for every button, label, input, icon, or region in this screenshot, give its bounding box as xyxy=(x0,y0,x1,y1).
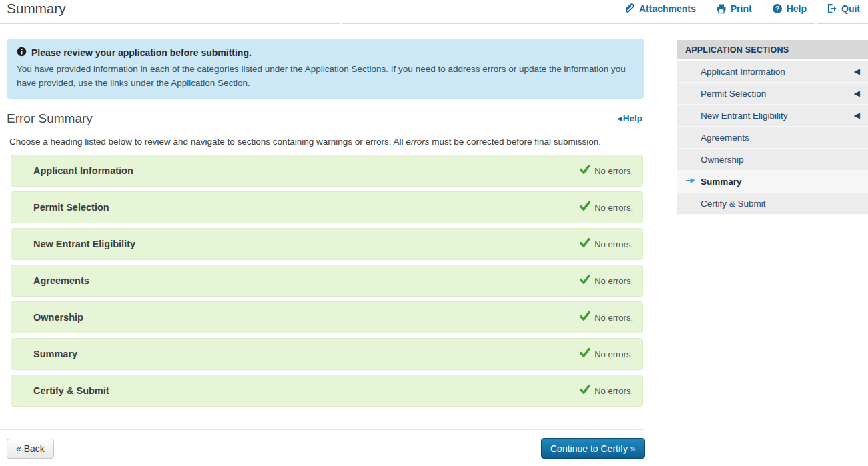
question-circle-icon: ? xyxy=(772,3,783,14)
check-icon xyxy=(580,275,590,287)
sidebar-item-label: Applicant Information xyxy=(701,67,785,77)
toolbar: Attachments Print ? Help Quit xyxy=(624,3,860,14)
sidebar-item-label: Certify & Submit xyxy=(701,199,766,209)
error-row-label: New Entrant Eligibility xyxy=(33,239,135,249)
sidebar-item-permit-selection[interactable]: Permit Selection ◀ xyxy=(677,83,868,105)
error-summary-heading: Error Summary xyxy=(7,111,93,126)
page-title: Summary xyxy=(7,1,65,17)
help-link-top[interactable]: ? Help xyxy=(772,3,807,14)
sidebar-heading: APPLICATION SECTIONS xyxy=(677,40,868,59)
header-divider xyxy=(817,23,868,24)
error-row-agreements[interactable]: Agreements No errors. xyxy=(11,265,643,297)
attachments-link[interactable]: Attachments xyxy=(624,3,696,14)
sidebar-item-label: New Entrant Eligibility xyxy=(701,111,788,121)
footer-divider xyxy=(0,429,644,430)
error-row-ownership[interactable]: Ownership No errors. xyxy=(11,301,643,333)
error-row-status: No errors. xyxy=(580,165,633,177)
error-row-status: No errors. xyxy=(580,348,633,360)
error-row-status: No errors. xyxy=(580,275,633,287)
check-icon xyxy=(580,385,590,397)
error-row-label: Summary xyxy=(33,349,77,359)
error-row-label: Applicant Information xyxy=(33,165,133,176)
instruction-suffix: must be corrected before final submissio… xyxy=(430,137,601,147)
sidebar-item-label: Agreements xyxy=(701,133,749,143)
info-alert-title-text: Please review your application before su… xyxy=(31,47,252,58)
error-row-label: Permit Selection xyxy=(33,202,109,213)
sidebar-item-ownership[interactable]: Ownership xyxy=(677,149,868,171)
error-summary-instruction: Choose a heading listed below to review … xyxy=(9,137,601,147)
info-circle-icon xyxy=(17,47,27,59)
check-icon xyxy=(580,238,590,250)
error-row-status-text: No errors. xyxy=(594,166,633,176)
error-row-label: Certify & Submit xyxy=(33,385,109,396)
error-row-status-text: No errors. xyxy=(594,239,633,249)
back-button[interactable]: « Back xyxy=(7,439,54,459)
error-row-label: Agreements xyxy=(33,275,89,286)
error-row-status: No errors. xyxy=(580,238,633,250)
error-row-status-text: No errors. xyxy=(594,203,633,213)
collapse-triangle-icon[interactable]: ◀ xyxy=(854,89,860,98)
current-section-arrow-icon xyxy=(685,176,696,187)
sidebar-item-summary[interactable]: Summary xyxy=(677,171,868,193)
help-section-label: Help xyxy=(623,113,642,123)
triangle-left-icon: ◀ xyxy=(617,115,622,122)
sign-out-icon xyxy=(827,3,837,14)
paperclip-icon xyxy=(624,3,635,14)
sidebar-item-agreements[interactable]: Agreements xyxy=(677,127,868,149)
sidebar-item-applicant-information[interactable]: Applicant Information ◀ xyxy=(677,61,868,83)
error-row-status-text: No errors. xyxy=(594,349,633,359)
header-divider xyxy=(342,23,815,24)
continue-to-certify-button[interactable]: Continue to Certify » xyxy=(541,438,645,459)
attachments-label: Attachments xyxy=(639,3,696,14)
check-icon xyxy=(580,348,590,360)
svg-text:?: ? xyxy=(775,4,779,12)
error-row-status-text: No errors. xyxy=(594,313,633,323)
help-top-label: Help xyxy=(787,3,807,14)
error-row-label: Ownership xyxy=(33,312,83,323)
error-row-applicant-information[interactable]: Applicant Information No errors. xyxy=(11,155,643,187)
header-divider xyxy=(0,23,340,24)
sidebar-item-label: Ownership xyxy=(701,155,744,165)
sidebar-item-certify-submit[interactable]: Certify & Submit xyxy=(677,193,868,215)
error-row-status: No errors. xyxy=(580,201,633,213)
print-link[interactable]: Print xyxy=(716,3,752,14)
quit-link[interactable]: Quit xyxy=(827,3,860,14)
collapse-triangle-icon[interactable]: ◀ xyxy=(854,111,860,120)
error-row-certify-submit[interactable]: Certify & Submit No errors. xyxy=(11,375,643,407)
instruction-prefix: Choose a heading listed below to review … xyxy=(9,137,406,147)
check-icon xyxy=(580,311,590,323)
print-label: Print xyxy=(731,3,752,14)
sidebar-item-new-entrant-eligibility[interactable]: New Entrant Eligibility ◀ xyxy=(677,105,868,127)
info-alert-body: You have provided information in each of… xyxy=(17,63,634,91)
info-alert-title: Please review your application before su… xyxy=(17,47,634,59)
check-icon xyxy=(580,165,590,177)
error-row-status-text: No errors. xyxy=(594,276,633,286)
printer-icon xyxy=(716,3,727,14)
instruction-italic: errors xyxy=(406,137,429,147)
sidebar-item-label: Permit Selection xyxy=(701,89,766,99)
error-row-new-entrant-eligibility[interactable]: New Entrant Eligibility No errors. xyxy=(11,228,643,260)
collapse-triangle-icon[interactable]: ◀ xyxy=(854,67,860,76)
error-row-permit-selection[interactable]: Permit Selection No errors. xyxy=(11,191,643,223)
error-row-status: No errors. xyxy=(580,311,633,323)
error-row-status-text: No errors. xyxy=(594,386,633,396)
error-row-status: No errors. xyxy=(580,385,633,397)
help-link-section[interactable]: ◀ Help xyxy=(617,113,642,123)
info-alert: Please review your application before su… xyxy=(7,39,644,99)
check-icon xyxy=(580,201,590,213)
error-row-summary[interactable]: Summary No errors. xyxy=(11,338,643,370)
quit-label: Quit xyxy=(841,3,860,14)
sidebar-item-label: Summary xyxy=(701,177,742,187)
application-sections-sidebar: APPLICATION SECTIONS Applicant Informati… xyxy=(677,40,868,215)
